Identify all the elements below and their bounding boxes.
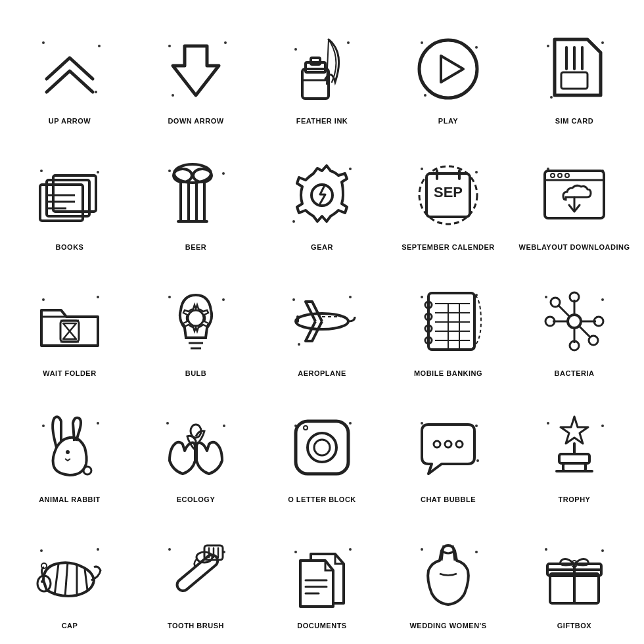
svg-point-15 — [475, 46, 478, 49]
sim-card-icon — [532, 26, 617, 112]
svg-point-20 — [601, 41, 604, 44]
play-icon — [405, 26, 491, 112]
svg-point-104 — [551, 298, 560, 307]
svg-point-92 — [545, 296, 547, 298]
bacteria-icon — [532, 279, 617, 364]
cap-icon — [27, 531, 112, 616]
svg-point-34 — [168, 170, 171, 172]
cap-label: CAP — [62, 622, 78, 630]
svg-text:SEP: SEP — [434, 184, 463, 200]
svg-point-109 — [66, 450, 70, 454]
icon-cell-bacteria: BACTERIA — [511, 259, 637, 385]
svg-point-73 — [292, 298, 295, 301]
svg-point-125 — [445, 441, 451, 448]
mobile-banking-label: MOBILE BANKING — [414, 369, 482, 377]
svg-point-119 — [314, 440, 330, 455]
icon-cell-weblayout-downloading: WEBLAYOUT DOWNLOADING — [511, 133, 637, 259]
svg-point-111 — [166, 422, 169, 425]
animal-rabbit-icon — [27, 405, 112, 490]
svg-point-143 — [168, 548, 171, 551]
tooth-brush-label: TOOTH BRUSH — [168, 622, 224, 630]
wait-folder-icon — [27, 279, 112, 364]
svg-point-3 — [168, 45, 171, 47]
aeroplane-icon — [279, 279, 365, 364]
svg-point-141 — [41, 580, 43, 583]
icon-cell-bulb: BULB — [133, 259, 259, 385]
icon-cell-chat-bubble: CHAT BUBBLE — [385, 385, 511, 511]
svg-point-0 — [42, 41, 45, 44]
svg-point-107 — [97, 422, 99, 425]
icon-cell-play: PLAY — [385, 7, 511, 133]
svg-point-44 — [349, 168, 352, 170]
aeroplane-label: AEROPLANE — [298, 369, 346, 377]
svg-point-45 — [292, 220, 295, 223]
icon-cell-animal-rabbit: ANIMAL RABBIT — [7, 385, 133, 511]
icon-cell-aeroplane: AEROPLANE — [259, 259, 385, 385]
svg-point-63 — [42, 298, 45, 301]
svg-point-67 — [168, 296, 171, 298]
svg-point-79 — [421, 296, 423, 298]
svg-rect-131 — [559, 454, 589, 463]
svg-line-137 — [65, 562, 68, 597]
svg-point-8 — [294, 48, 297, 51]
svg-point-47 — [421, 168, 423, 170]
svg-point-118 — [308, 433, 336, 462]
giftbox-label: GIFTBOX — [557, 622, 591, 630]
svg-marker-129 — [561, 417, 588, 444]
svg-rect-25 — [561, 72, 587, 89]
svg-point-58 — [551, 173, 555, 177]
svg-point-156 — [421, 548, 423, 551]
beer-icon — [153, 152, 239, 238]
svg-point-93 — [601, 298, 604, 301]
svg-point-110 — [83, 467, 91, 474]
wedding-womens-icon — [405, 531, 491, 616]
svg-marker-6 — [173, 46, 219, 95]
svg-marker-18 — [441, 56, 463, 82]
icon-cell-documents: DOCUMENTS — [259, 511, 385, 637]
svg-point-122 — [475, 425, 478, 427]
svg-point-123 — [476, 459, 479, 462]
icon-cell-cap: CAP — [7, 511, 133, 637]
animal-rabbit-label: ANIMAL RABBIT — [39, 495, 101, 503]
svg-point-35 — [222, 172, 225, 175]
svg-point-161 — [601, 549, 604, 552]
svg-point-2 — [95, 91, 97, 93]
svg-point-19 — [547, 45, 549, 47]
svg-point-160 — [545, 548, 547, 551]
icon-cell-gear: GEAR — [259, 133, 385, 259]
svg-point-151 — [349, 548, 352, 551]
icon-cell-giftbox: GIFTBOX — [511, 511, 637, 637]
feather-ink-icon — [279, 26, 365, 112]
icon-cell-up-arrow: UP ARROW — [7, 7, 133, 133]
beer-label: BEER — [185, 243, 207, 251]
sim-card-label: SIM CARD — [555, 117, 593, 125]
down-arrow-label: DOWN ARROW — [168, 117, 223, 125]
svg-point-4 — [224, 41, 227, 44]
svg-point-60 — [565, 173, 569, 177]
feather-ink-label: FEATHER INK — [296, 117, 348, 125]
svg-point-108 — [42, 425, 45, 427]
svg-point-157 — [475, 551, 478, 553]
trophy-icon — [532, 405, 617, 490]
svg-line-103 — [558, 305, 570, 317]
books-icon — [27, 152, 112, 238]
svg-point-17 — [419, 40, 477, 98]
bulb-label: BULB — [185, 369, 207, 377]
gear-label: GEAR — [311, 243, 333, 251]
svg-point-120 — [304, 426, 308, 430]
svg-point-68 — [222, 298, 225, 301]
icon-cell-wait-folder: WAIT FOLDER — [7, 259, 133, 385]
ecology-icon — [153, 405, 239, 490]
svg-point-5 — [172, 94, 174, 97]
wedding-womens-label: WEDDING WOMEN'S — [409, 622, 486, 630]
svg-line-139 — [85, 569, 87, 590]
september-calender-icon: SEP — [405, 152, 491, 238]
icon-cell-trophy: TROPHY — [511, 385, 637, 511]
icon-cell-september-calender: SEP SEPTEMBER CALENDER — [385, 133, 511, 259]
documents-icon — [279, 531, 365, 616]
bulb-icon — [153, 279, 239, 364]
svg-point-135 — [97, 548, 99, 551]
tooth-brush-icon — [153, 531, 239, 616]
svg-point-75 — [298, 343, 300, 346]
svg-point-62 — [97, 296, 99, 298]
